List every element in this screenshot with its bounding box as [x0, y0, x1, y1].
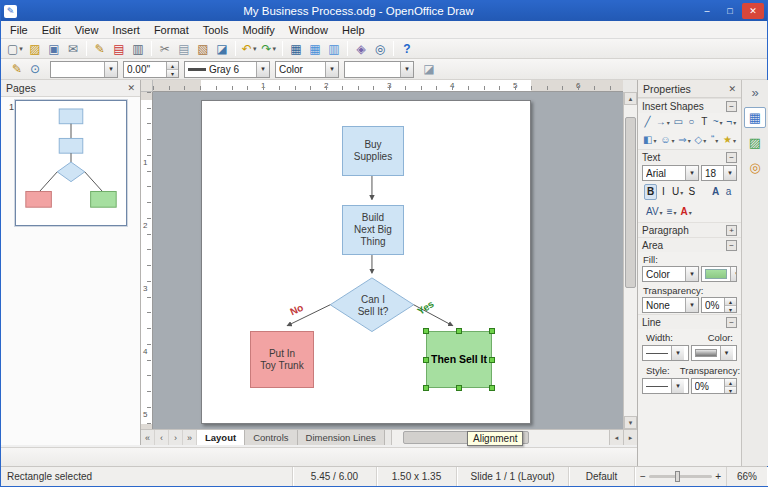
symbol-shapes-icon[interactable]: ☺▾: [658, 132, 676, 148]
edit-file-icon[interactable]: ✎: [91, 40, 109, 58]
scroll-right-icon[interactable]: ▸: [623, 430, 637, 445]
next-page-button[interactable]: ›: [169, 430, 183, 445]
dropdown-arrow-icon[interactable]: ▾: [685, 298, 698, 312]
chart-icon[interactable]: ▦: [287, 40, 305, 58]
selection-handle[interactable]: [423, 357, 429, 363]
section-insert-shapes[interactable]: Insert Shapes −: [638, 98, 741, 113]
maximize-button[interactable]: □: [719, 3, 741, 19]
dropdown-arrow-icon[interactable]: ▾: [673, 209, 676, 216]
close-icon[interactable]: ✕: [127, 83, 135, 93]
spin-up-icon[interactable]: ▴: [725, 298, 736, 306]
navigator-tab-icon[interactable]: ◎: [744, 157, 766, 178]
line-spacing-icon[interactable]: ≡▾: [665, 204, 679, 220]
collapse-toggle-icon[interactable]: −: [726, 101, 737, 112]
navigator-icon[interactable]: ◈: [352, 40, 370, 58]
menu-insert[interactable]: Insert: [105, 23, 147, 37]
line-icon[interactable]: ╱: [641, 114, 654, 130]
callouts-icon[interactable]: “▾: [708, 132, 721, 148]
menu-view[interactable]: View: [68, 23, 106, 37]
dropdown-arrow-icon[interactable]: ▾: [660, 209, 663, 216]
collapse-toggle-icon[interactable]: −: [726, 240, 737, 251]
edit-points-icon[interactable]: ✎: [8, 60, 26, 78]
dropdown-arrow-icon[interactable]: ▾: [104, 62, 117, 77]
zoom-thumb[interactable]: [675, 471, 680, 482]
sidebar-collapse-icon[interactable]: »: [744, 82, 766, 103]
spin-down-icon[interactable]: ▾: [167, 70, 178, 77]
expand-toggle-icon[interactable]: +: [726, 225, 737, 236]
dropdown-arrow-icon[interactable]: ▾: [689, 209, 692, 216]
help-icon[interactable]: ?: [398, 40, 416, 58]
dropdown-arrow-icon[interactable]: ▾: [720, 346, 733, 360]
selection-handle[interactable]: [456, 385, 462, 391]
drawing-page[interactable]: Buy Supplies Build Next Big Thing Can I …: [201, 100, 531, 424]
rectangle-icon[interactable]: ▭: [672, 114, 685, 130]
properties-tab-icon[interactable]: ▦: [744, 107, 766, 128]
menu-edit[interactable]: Edit: [35, 23, 68, 37]
last-page-button[interactable]: »: [183, 430, 197, 445]
dropdown-arrow-icon[interactable]: ▾: [667, 119, 670, 126]
zoom-out-icon[interactable]: −: [640, 471, 646, 482]
close-icon[interactable]: ✕: [728, 84, 736, 94]
spin-down-icon[interactable]: ▾: [725, 306, 736, 313]
flowchart-node-build-next-big-thing[interactable]: Build Next Big Thing: [342, 205, 404, 255]
collapse-toggle-icon[interactable]: −: [726, 317, 737, 328]
dropdown-arrow-icon[interactable]: ▾: [685, 166, 698, 180]
drawing-viewport[interactable]: Buy Supplies Build Next Big Thing Can I …: [153, 92, 623, 429]
transparency-value-spinner[interactable]: 0% ▴ ▾: [701, 297, 737, 313]
line-transparency-spinner[interactable]: 0% ▴ ▾: [691, 378, 738, 394]
scroll-left-icon[interactable]: ◂: [609, 430, 623, 445]
previous-page-button[interactable]: ‹: [155, 430, 169, 445]
vertical-scroll-thumb[interactable]: [625, 117, 636, 288]
collapse-toggle-icon[interactable]: −: [726, 152, 737, 163]
line-color-select[interactable]: Gray 6 ▾: [184, 61, 270, 78]
section-line[interactable]: Line −: [638, 314, 741, 329]
text-icon[interactable]: T: [698, 114, 711, 130]
cut-icon[interactable]: ✂: [156, 40, 174, 58]
bold-button[interactable]: B: [644, 184, 657, 200]
dropdown-arrow-icon[interactable]: ▾: [730, 267, 737, 281]
fill-color-select[interactable]: ▾: [701, 266, 737, 282]
connector-icon[interactable]: ¬▾: [724, 114, 738, 130]
shadow-icon[interactable]: ◪: [420, 60, 438, 78]
spin-down-icon[interactable]: ▾: [725, 387, 736, 394]
dropdown-arrow-icon[interactable]: ▾: [715, 137, 718, 144]
dropdown-arrow-icon[interactable]: ▾: [680, 189, 683, 196]
selection-handle[interactable]: [423, 328, 429, 334]
zoom-slider[interactable]: − +: [635, 467, 727, 486]
spinner-buttons[interactable]: ▴ ▾: [724, 298, 736, 312]
page-thumbnail[interactable]: [15, 100, 127, 226]
transparency-type-select[interactable]: None ▾: [642, 297, 699, 313]
flowchart-node-then-sell-it[interactable]: Then Sell It: [426, 331, 492, 388]
save-icon[interactable]: ▣: [45, 40, 63, 58]
area-fill-select[interactable]: ▾: [344, 61, 414, 78]
block-arrows-icon[interactable]: ⇒▾: [676, 132, 692, 148]
close-button[interactable]: ✕: [742, 3, 764, 19]
scroll-down-icon[interactable]: ▾: [624, 416, 637, 429]
undo-icon[interactable]: ↶▾: [240, 40, 259, 58]
zoom-track[interactable]: [649, 475, 712, 478]
page-style[interactable]: Default: [569, 467, 635, 486]
glue-points-icon[interactable]: ⊙: [26, 60, 44, 78]
dropdown-arrow-icon[interactable]: ▾: [19, 45, 23, 53]
selection-handle[interactable]: [456, 328, 462, 334]
font-name-select[interactable]: Arial ▾: [642, 165, 699, 181]
dropdown-arrow-icon[interactable]: ▾: [653, 137, 656, 144]
gallery-tab-icon[interactable]: ▨: [744, 132, 766, 153]
spinner-buttons[interactable]: ▴ ▾: [724, 379, 736, 393]
menu-tools[interactable]: Tools: [196, 23, 236, 37]
section-text[interactable]: Text −: [638, 149, 741, 164]
font-size-select[interactable]: 18 ▾: [701, 165, 737, 181]
dropdown-arrow-icon[interactable]: ▾: [273, 45, 277, 53]
line-style-select-sidebar[interactable]: ▾: [642, 378, 689, 394]
stars-icon[interactable]: ★▾: [721, 132, 738, 148]
slide-indicator[interactable]: Slide 1 / 1 (Layout): [457, 467, 569, 486]
dropdown-arrow-icon[interactable]: ▾: [685, 267, 698, 281]
section-paragraph[interactable]: Paragraph +: [638, 222, 741, 237]
print-icon[interactable]: ▥: [129, 40, 147, 58]
horizontal-ruler[interactable]: 123456: [153, 80, 623, 92]
line-style-select[interactable]: ▾: [50, 61, 118, 78]
selection-handle[interactable]: [489, 357, 495, 363]
menu-window[interactable]: Window: [282, 23, 335, 37]
new-document-icon[interactable]: ▢▾: [5, 40, 25, 58]
fill-type-select[interactable]: Color ▾: [642, 266, 699, 282]
